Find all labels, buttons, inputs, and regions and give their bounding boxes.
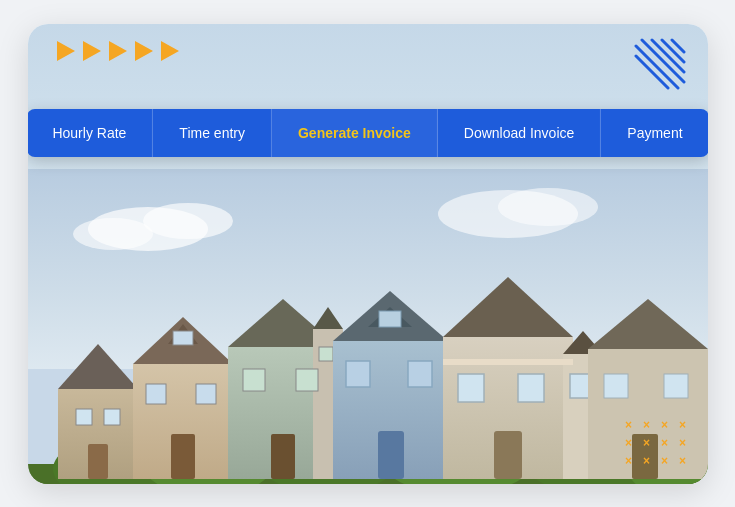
nav-item-download-invoice[interactable]: Download Invoice bbox=[438, 109, 602, 157]
x-4: × bbox=[676, 418, 690, 432]
svg-rect-12 bbox=[76, 409, 92, 425]
nav-label-payment: Payment bbox=[627, 125, 682, 141]
svg-rect-14 bbox=[88, 444, 108, 479]
triangle-2 bbox=[83, 41, 101, 61]
svg-rect-27 bbox=[296, 369, 318, 391]
svg-rect-48 bbox=[604, 374, 628, 398]
svg-rect-21 bbox=[171, 434, 195, 479]
triangle-5 bbox=[161, 41, 179, 61]
svg-rect-33 bbox=[379, 311, 401, 327]
x-6: × bbox=[640, 436, 654, 450]
blue-lines-svg bbox=[634, 38, 686, 90]
svg-rect-34 bbox=[346, 361, 370, 387]
houses-svg bbox=[28, 169, 708, 484]
nav-item-time-entry[interactable]: Time entry bbox=[153, 109, 272, 157]
x-12: × bbox=[676, 454, 690, 468]
svg-rect-20 bbox=[196, 384, 216, 404]
nav-item-hourly-rate[interactable]: Hourly Rate bbox=[28, 109, 154, 157]
svg-line-57 bbox=[662, 40, 684, 62]
nav-bar: Hourly Rate Time entry Generate Invoice … bbox=[28, 109, 708, 157]
decorative-lines-top-right bbox=[634, 38, 686, 94]
svg-point-55 bbox=[498, 188, 598, 226]
main-card: × × × × × × × × × × × × Hourly Rate Time… bbox=[28, 24, 708, 484]
nav-label-generate-invoice: Generate Invoice bbox=[298, 125, 411, 141]
svg-rect-45 bbox=[494, 431, 522, 479]
x-7: × bbox=[658, 436, 672, 450]
x-11: × bbox=[658, 454, 672, 468]
x-9: × bbox=[622, 454, 636, 468]
svg-rect-43 bbox=[518, 374, 544, 402]
background-image bbox=[28, 169, 708, 484]
nav-item-payment[interactable]: Payment bbox=[601, 109, 707, 157]
x-3: × bbox=[658, 418, 672, 432]
nav-item-generate-invoice[interactable]: Generate Invoice bbox=[272, 109, 438, 157]
nav-label-hourly-rate: Hourly Rate bbox=[52, 125, 126, 141]
triangle-1 bbox=[57, 41, 75, 61]
x-8: × bbox=[676, 436, 690, 450]
x-2: × bbox=[640, 418, 654, 432]
svg-point-53 bbox=[73, 218, 153, 250]
decorative-x-bottom-right: × × × × × × × × × × × × bbox=[622, 418, 690, 468]
x-10: × bbox=[640, 454, 654, 468]
svg-rect-13 bbox=[104, 409, 120, 425]
svg-rect-19 bbox=[146, 384, 166, 404]
x-1: × bbox=[622, 418, 636, 432]
svg-rect-28 bbox=[319, 347, 333, 361]
svg-point-52 bbox=[143, 203, 233, 239]
decorative-triangles-top-left bbox=[56, 42, 180, 60]
svg-rect-26 bbox=[243, 369, 265, 391]
svg-rect-41 bbox=[443, 359, 573, 365]
svg-line-60 bbox=[636, 46, 678, 88]
svg-rect-36 bbox=[378, 431, 404, 479]
x-5: × bbox=[622, 436, 636, 450]
triangle-3 bbox=[109, 41, 127, 61]
svg-rect-42 bbox=[458, 374, 484, 402]
triangle-4 bbox=[135, 41, 153, 61]
svg-rect-35 bbox=[408, 361, 432, 387]
nav-label-download-invoice: Download Invoice bbox=[464, 125, 575, 141]
svg-rect-18 bbox=[173, 331, 193, 345]
svg-rect-29 bbox=[271, 434, 295, 479]
svg-rect-49 bbox=[664, 374, 688, 398]
nav-label-time-entry: Time entry bbox=[179, 125, 245, 141]
